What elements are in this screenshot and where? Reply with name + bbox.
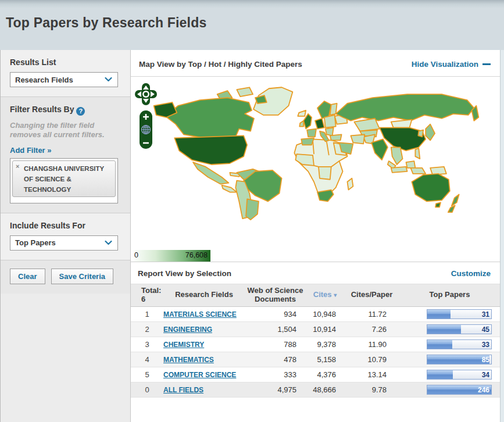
top-papers-bar: 85: [427, 355, 492, 364]
include-results-value: Top Papers: [15, 238, 56, 247]
fields-column-header[interactable]: Research Fields: [163, 284, 245, 306]
chevron-down-icon: [105, 241, 112, 245]
page-title: Top Papers by Research Fields: [6, 15, 504, 31]
globe-icon[interactable]: [142, 126, 151, 134]
sidebar: Results List Research Fields Filter Resu…: [0, 50, 131, 422]
include-results-section: Include Results For Top Papers: [1, 213, 130, 260]
top-papers-bar: 34: [427, 370, 492, 380]
sidebar-filler: [1, 294, 130, 422]
table-row: 5 COMPUTER SCIENCE 333 4,376 13.14 34: [131, 367, 500, 382]
filter-note: Changing the filter field removes all cu…: [10, 121, 122, 140]
results-table: Total: 6 Research Fields Web of Science …: [131, 284, 500, 398]
page-header: Top Papers by Research Fields: [0, 0, 504, 50]
field-link[interactable]: ALL FIELDS: [163, 387, 203, 394]
table-row: 1 MATERIALS SCIENCE 934 10,948 11.72 31: [131, 306, 500, 321]
report-header: Report View by Selection Customize: [131, 262, 500, 284]
top-papers-bar: 33: [427, 339, 492, 349]
world-map[interactable]: [131, 80, 499, 249]
filter-chip[interactable]: × CHANGSHA UNIVERSITY OF SCIENCE & TECHN…: [12, 160, 116, 197]
scale-max-label: 76,608: [185, 251, 208, 259]
top-papers-column-header[interactable]: Top Papers: [399, 284, 500, 306]
map-view-title: Map View by Top / Hot / Highly Cited Pap…: [139, 60, 302, 69]
map-pan-control[interactable]: [135, 83, 157, 105]
docs-column-header[interactable]: Web of Science Documents: [245, 284, 306, 306]
top-papers-bar: 45: [427, 324, 492, 334]
cites-per-paper-column-header[interactable]: Cites/Paper: [344, 284, 399, 306]
field-link[interactable]: MATHEMATICS: [163, 356, 214, 364]
filter-listbox[interactable]: × CHANGSHA UNIVERSITY OF SCIENCE & TECHN…: [10, 158, 118, 203]
remove-filter-icon[interactable]: ×: [16, 163, 19, 170]
help-icon[interactable]: ?: [76, 107, 85, 116]
table-footer-space: [131, 398, 500, 422]
results-list-value: Research Fields: [15, 76, 73, 84]
save-criteria-button[interactable]: Save Criteria: [51, 269, 114, 284]
report-view-title: Report View by Selection: [138, 269, 231, 278]
criteria-buttons: Clear Save Criteria: [1, 260, 130, 294]
table-header-row: Total: 6 Research Fields Web of Science …: [131, 284, 500, 306]
add-filter-link[interactable]: Add Filter »: [10, 146, 52, 155]
table-row: 4 MATHEMATICS 478 5,158 10.79 85: [131, 352, 500, 367]
customize-link[interactable]: Customize: [451, 269, 491, 278]
top-papers-bar: 246: [427, 385, 492, 395]
results-list-label: Results List: [10, 58, 122, 67]
map-zoom-control[interactable]: [140, 110, 152, 149]
filter-label: Filter Results By?: [10, 105, 122, 116]
sort-down-icon: ▾: [334, 292, 337, 298]
include-results-label: Include Results For: [10, 221, 122, 230]
chevron-down-icon: [105, 77, 112, 82]
hide-visualization-link[interactable]: Hide Visualization: [412, 60, 491, 69]
include-results-dropdown[interactable]: Top Papers: [10, 235, 118, 251]
total-header: Total: 6: [131, 284, 163, 306]
table-row: 2 ENGINEERING 1,504 10,914 7.26 45: [131, 321, 500, 337]
main-panel: Map View by Top / Hot / Highly Cited Pap…: [131, 50, 500, 422]
field-link[interactable]: CHEMISTRY: [163, 341, 204, 349]
field-link[interactable]: MATERIALS SCIENCE: [163, 311, 237, 319]
cites-column-header[interactable]: Cites ▾: [306, 284, 344, 306]
field-link[interactable]: ENGINEERING: [163, 326, 212, 334]
top-papers-bar: 31: [427, 309, 492, 319]
map-container: 0 76,608: [131, 80, 500, 262]
results-list-dropdown[interactable]: Research Fields: [10, 72, 118, 87]
scale-min-label: 0: [134, 251, 138, 259]
table-row: 3 CHEMISTRY 788 9,378 11.90 33: [131, 337, 500, 352]
table-row-all-fields: 0 ALL FIELDS 4,975 48,666 9.78 246: [131, 382, 500, 397]
right-gutter: [500, 50, 504, 422]
field-link[interactable]: COMPUTER SCIENCE: [163, 371, 236, 379]
filter-chip-label: CHANGSHA UNIVERSITY OF SCIENCE & TECHNOL…: [24, 165, 104, 193]
visualization-header: Map View by Top / Hot / Highly Cited Pap…: [131, 50, 500, 77]
results-list-section: Results List Research Fields: [1, 50, 130, 97]
clear-button[interactable]: Clear: [10, 269, 45, 284]
filter-section: Filter Results By? Changing the filter f…: [1, 97, 130, 213]
map-color-scale: 0 76,608: [132, 250, 210, 262]
collapse-dash-icon: [482, 63, 491, 65]
